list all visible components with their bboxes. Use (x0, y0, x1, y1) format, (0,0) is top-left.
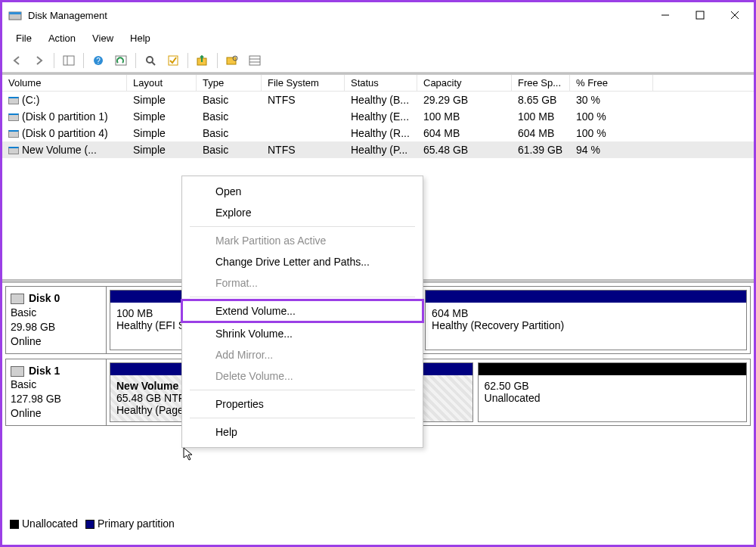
table-cell: NTFS (262, 144, 345, 156)
disk-info[interactable]: Disk 0Basic29.98 GBOnline (6, 287, 107, 353)
toolbar: ? (2, 50, 754, 73)
table-row[interactable]: (Disk 0 partition 1)SimpleBasicHealthy (… (2, 108, 754, 125)
table-cell: NTFS (262, 94, 345, 106)
table-cell: Basic (197, 110, 262, 123)
table-cell: 100 % (570, 127, 653, 139)
column-header[interactable]: Status (345, 75, 417, 91)
volume-table: VolumeLayoutTypeFile SystemStatusCapacit… (2, 75, 754, 158)
menu-separator (190, 297, 415, 297)
table-cell: (Disk 0 partition 4) (2, 127, 127, 139)
list-settings-button[interactable] (245, 51, 265, 70)
menu-view[interactable]: View (85, 31, 121, 45)
refresh-button[interactable] (111, 51, 131, 70)
column-header[interactable]: Type (197, 75, 262, 91)
svg-rect-6 (64, 56, 74, 65)
app-icon (8, 8, 22, 22)
table-cell: 604 MB (512, 127, 570, 139)
svg-rect-1 (9, 12, 21, 14)
menu-item-add-mirror: Add Mirror... (182, 344, 423, 365)
svg-rect-15 (227, 57, 236, 64)
titlebar: Disk Management (2, 2, 754, 28)
close-button[interactable] (717, 3, 752, 27)
svg-rect-3 (696, 11, 704, 19)
table-row[interactable]: (C:)SimpleBasicNTFSHealthy (B...29.29 GB… (2, 92, 754, 108)
table-cell: 100 MB (512, 110, 570, 123)
window-title: Disk Management (28, 10, 648, 21)
menu-file[interactable]: File (8, 31, 39, 45)
menu-help[interactable]: Help (122, 31, 158, 45)
table-cell: Basic (197, 94, 262, 106)
table-cell: (C:) (2, 94, 127, 106)
toolbar-separator (217, 53, 218, 68)
minimize-button[interactable] (648, 3, 683, 27)
table-cell: Simple (127, 110, 197, 123)
toolbar-separator (54, 53, 54, 68)
menu-item-extend-volume[interactable]: Extend Volume... (182, 300, 423, 322)
table-cell: Simple (127, 94, 197, 106)
toolbar-separator (83, 53, 84, 68)
menu-separator (190, 418, 415, 418)
table-cell: Healthy (P... (345, 144, 417, 156)
column-header[interactable]: Capacity (417, 75, 512, 91)
toolbar-separator (187, 53, 188, 68)
menu-item-format: Format... (182, 272, 423, 294)
menu-item-change-drive-letter-and-paths[interactable]: Change Drive Letter and Paths... (182, 251, 423, 272)
table-cell: 30 % (570, 94, 653, 106)
column-header[interactable]: % Free (570, 75, 653, 91)
menu-item-properties[interactable]: Properties (182, 393, 423, 415)
svg-rect-17 (249, 56, 260, 65)
table-cell: (Disk 0 partition 1) (2, 110, 127, 123)
disk-info[interactable]: Disk 1Basic127.98 GBOnline (6, 359, 107, 426)
partition[interactable]: 604 MBHealthy (Recovery Partition) (425, 290, 747, 350)
table-cell: 65.48 GB (417, 144, 512, 156)
column-header[interactable]: File System (262, 75, 345, 91)
menu-action[interactable]: Action (41, 31, 83, 45)
menu-item-help[interactable]: Help (182, 421, 423, 443)
table-row[interactable]: New Volume (...SimpleBasicNTFSHealthy (P… (2, 141, 754, 158)
rescan-button[interactable] (141, 51, 160, 70)
folder-button[interactable] (193, 51, 212, 70)
cursor-icon (183, 447, 195, 463)
column-header[interactable]: Free Sp... (512, 75, 570, 91)
table-cell: 29.29 GB (417, 94, 512, 106)
forward-button[interactable] (29, 51, 49, 70)
show-hide-tree-button[interactable] (59, 51, 79, 70)
back-button[interactable] (7, 51, 26, 70)
svg-text:?: ? (96, 57, 101, 65)
column-header[interactable]: Layout (127, 75, 197, 91)
table-cell: New Volume (... (2, 144, 127, 156)
column-header[interactable]: Volume (2, 75, 127, 91)
table-cell: Simple (127, 127, 197, 139)
help-button[interactable]: ? (88, 51, 108, 70)
context-menu[interactable]: OpenExploreMark Partition as ActiveChang… (181, 176, 423, 448)
partition[interactable]: 62.50 GBUnallocated (478, 362, 747, 423)
svg-line-12 (152, 62, 155, 65)
menu-item-open[interactable]: Open (182, 181, 423, 202)
menu-item-mark-partition-as-active: Mark Partition as Active (182, 230, 423, 251)
legend: Unallocated Primary partition (10, 517, 175, 530)
table-cell: 61.39 GB (512, 144, 570, 156)
svg-point-11 (147, 57, 153, 63)
table-cell: Basic (197, 144, 262, 156)
table-cell: 100 MB (417, 110, 512, 123)
settings-button[interactable] (163, 51, 183, 70)
menu-separator (190, 390, 415, 390)
properties-button[interactable] (222, 51, 242, 70)
table-cell: 8.65 GB (512, 94, 570, 106)
menu-item-shrink-volume[interactable]: Shrink Volume... (182, 323, 423, 344)
table-cell: Healthy (B... (345, 94, 417, 106)
table-cell: 94 % (570, 144, 653, 156)
legend-unallocated: Unallocated (10, 517, 78, 530)
table-cell: Healthy (R... (345, 127, 417, 139)
menu-item-explore[interactable]: Explore (182, 202, 423, 223)
table-cell: Basic (197, 127, 262, 139)
table-cell: 100 % (570, 110, 653, 123)
table-cell: Simple (127, 144, 197, 156)
toolbar-separator (135, 53, 136, 68)
menu-separator (190, 226, 415, 227)
menubar: FileActionViewHelp (2, 28, 754, 50)
table-row[interactable]: (Disk 0 partition 4)SimpleBasicHealthy (… (2, 125, 754, 141)
table-header: VolumeLayoutTypeFile SystemStatusCapacit… (2, 75, 754, 92)
table-cell: 604 MB (417, 127, 512, 139)
maximize-button[interactable] (683, 3, 717, 27)
